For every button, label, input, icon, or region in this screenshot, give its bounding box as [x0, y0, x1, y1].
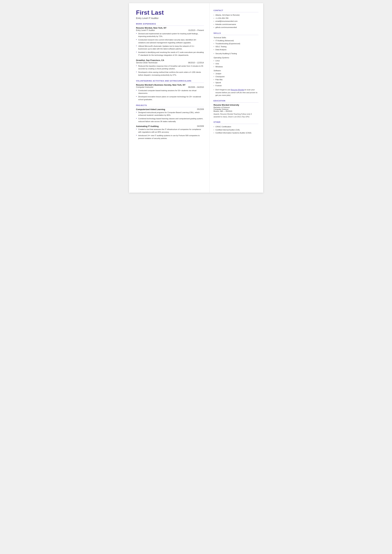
contact-header: CONTACT — [214, 9, 259, 12]
project-bullets-2: Created a tool that assesses the IT infr… — [136, 128, 204, 140]
operating-systems-label: Operating Systems: — [214, 57, 259, 59]
software-label: Software: — [214, 70, 259, 71]
security-skill-list: Security Auditing & Testing — [214, 52, 259, 55]
education-entry: Resume Worded University Bachelor of Sci… — [214, 104, 259, 118]
resume-page: First Last Entry Level IT Auditor WORK E… — [129, 3, 263, 193]
volunteer-title-1: Computer Instructor — [136, 86, 154, 88]
job-company-2: Growthsi, San Francisco, CA — [136, 59, 164, 61]
technical-skills-label: Technical Skills: — [214, 37, 259, 39]
other-item: CRISC Certification — [214, 125, 259, 128]
skill-item: Splunk — [214, 81, 259, 84]
job-title-2: Service Desk Technician — [136, 62, 158, 64]
job-title-1: Entry Level IT Auditor — [136, 29, 155, 31]
skill-item: Checkpoint — [214, 75, 259, 78]
bullet: Reduced the baseline response time of Gr… — [136, 65, 204, 70]
other-item: Certified Internal Auditor (CIA). — [214, 128, 259, 132]
contact-item-phone: +1-234-456-789 — [214, 17, 259, 20]
skills-header: SKILLS — [214, 32, 259, 35]
education-header: EDUCATION — [214, 100, 259, 103]
full-name: First Last — [136, 9, 204, 16]
bullet: Developed innovative lesson plans on com… — [136, 95, 204, 101]
skill-item: Unix — [214, 62, 259, 65]
skill-item: Fortinet — [214, 84, 259, 87]
skill-item: IT Auditing (Advanced) — [214, 39, 259, 42]
skill-item: Windows — [214, 65, 259, 68]
left-column: First Last Entry Level IT Auditor WORK E… — [129, 3, 210, 193]
contact-item-location: Atlanta, GA (Open to Remote) — [214, 14, 259, 17]
bullet: Conducted computer-based training sessio… — [136, 89, 204, 95]
operating-systems-list: Linux Unix Windows — [214, 59, 259, 68]
volunteer-dates-1: 06/2009 – 04/2010 — [188, 86, 204, 88]
bullet: Conducted research into current informat… — [136, 39, 204, 44]
bullet: Assisted in identifying and resolving th… — [136, 51, 204, 56]
skill-item: Juniper — [214, 72, 259, 75]
volunteer-bullets-1: Conducted computer-based training sessio… — [136, 89, 204, 101]
edu-degree: Bachelor of Science — [214, 106, 259, 108]
skill-item: SDLC Testing — [214, 45, 259, 48]
contact-item-email: email@resumeworded.com — [214, 20, 259, 23]
project-name-2: Automating IT Auditing — [136, 125, 159, 127]
resume-worded-link[interactable]: Resume Worded — [231, 89, 244, 91]
job-bullets-2: Reduced the baseline response time of Gr… — [136, 65, 204, 77]
bullet: Developed a time-saving method that conf… — [136, 71, 204, 77]
skill-item-security: Security Auditing & Testing — [214, 52, 259, 55]
job-header-1: Resume Worded, New York, NY — [136, 27, 204, 29]
software-list: Juniper Checkpoint Palo Alto Splunk Fort… — [214, 72, 259, 87]
skill-item: Palo Alto — [214, 78, 259, 81]
bullet: Utilized Microsoft's Automatic Updates t… — [136, 45, 204, 50]
right-column: CONTACT Atlanta, GA (Open to Remote) +1-… — [210, 3, 263, 193]
edu-awards: Awards: Resume Worded Teaching Fellow (o… — [214, 113, 259, 118]
project-bullets-1: Designed instructional programs for Comp… — [136, 111, 204, 123]
edu-field: Computer Science — [214, 108, 259, 110]
skill-item: Troubleshooting (Experienced) — [214, 42, 259, 45]
project-date-2: 04/2009 — [197, 125, 204, 127]
job-dates-1: 01/2015 – Present — [188, 29, 204, 31]
job-header-2: Growthsi, San Francisco, CA — [136, 59, 204, 61]
job-entry-2: Growthsi, San Francisco, CA Service Desk… — [136, 59, 204, 77]
bullet: Created a tool that assesses the IT infr… — [136, 128, 204, 133]
projects-header: PROJECTS — [136, 104, 204, 107]
contact-item-linkedin: linkedin.com/in/username — [214, 23, 259, 26]
edu-school: Resume Worded University — [214, 104, 259, 106]
bullet: Introduced 14+ new IT auditing systems i… — [136, 134, 204, 140]
volunteer-company-1: Resume Worded's Business Society, New Yo… — [136, 84, 204, 86]
job-entry-1: Resume Worded, New York, NY Entry Level … — [136, 27, 204, 56]
job-bullets-1: Devised and implemented an automated sys… — [136, 32, 204, 56]
name-header: First Last Entry Level IT Auditor — [136, 9, 204, 19]
project-entry-1: Computerized Aided Learning 05/2009 Desi… — [136, 108, 204, 123]
project-entry-2: Automating IT Auditing 04/2009 Created a… — [136, 125, 204, 140]
other-header: OTHER — [214, 121, 259, 124]
project-name-1: Computerized Aided Learning — [136, 108, 165, 111]
skill-item: Linux — [214, 59, 259, 62]
project-date-1: 05/2009 — [197, 108, 204, 110]
other-item: Certified Information Systems Auditor (C… — [214, 131, 259, 134]
job-company-1: Resume Worded, New York, NY — [136, 27, 167, 29]
project-header-1: Computerized Aided Learning 05/2009 — [136, 108, 204, 111]
bullet: Devised and implemented an automated sys… — [136, 32, 204, 38]
note-prefix: Don't forget to use — [216, 89, 231, 91]
edu-date: Boston, MA — 05/2010 — [214, 110, 259, 112]
resume-worded-note: Don't forget to use Resume Worded to sca… — [214, 88, 259, 97]
skill-item: Data Analysis — [214, 48, 259, 51]
contact-list: Atlanta, GA (Open to Remote) +1-234-456-… — [214, 14, 259, 29]
job-subtitle: Entry Level IT Auditor — [136, 17, 204, 19]
technical-skills-list: IT Auditing (Advanced) Troubleshooting (… — [214, 39, 259, 51]
contact-item-github: github.com/resumeworded — [214, 26, 259, 29]
volunteer-entry-1: Resume Worded's Business Society, New Yo… — [136, 84, 204, 101]
project-header-2: Automating IT Auditing 04/2009 — [136, 125, 204, 127]
other-list: CRISC Certification Certified Internal A… — [214, 125, 259, 134]
bullet: Combined technology-based learning class… — [136, 117, 204, 123]
volunteering-header: VOLUNTEERING ACTIVITIES AND EXTRACURRICU… — [136, 80, 204, 83]
bullet: Designed instructional programs for Comp… — [136, 111, 204, 117]
work-experience-header: WORK EXPERIENCE — [136, 23, 204, 26]
job-dates-2: 06/2010 – 12/2014 — [188, 62, 204, 64]
